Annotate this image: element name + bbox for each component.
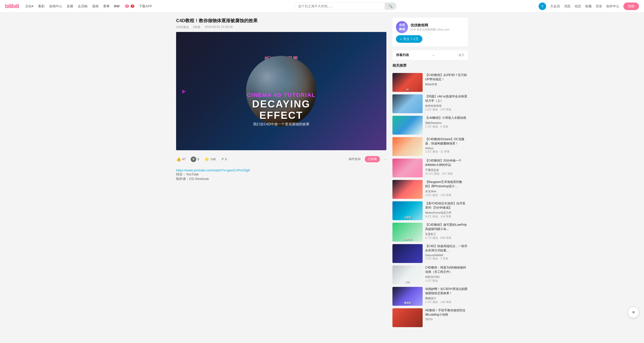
related-meta: 1.6万 播放 — [425, 279, 468, 283]
publish-date: 2019-08-01 21:06:56 — [205, 25, 232, 29]
nav-badge-app: 6 — [125, 5, 129, 8]
related-meta: 8.7万 播放 · 608 弹幕 — [425, 236, 468, 240]
search-input[interactable] — [294, 3, 385, 10]
nav-home[interactable]: 主站▾ — [25, 4, 33, 9]
nav-manga[interactable]: 漫画 — [92, 4, 99, 9]
related-section: 相关推荐 3D 【C4D教程】从0学3D？百万粉UP带你搞定！ Blibili评… — [392, 63, 468, 327]
top-nav: bilibili 主站▾ 番剧 游戏中心 直播 会员购 漫画 赛事 BW 6 3… — [0, 0, 644, 13]
logo[interactable]: bilibili — [5, 3, 19, 10]
search-button[interactable]: 🔍 — [385, 3, 396, 10]
related-item[interactable]: 【同题】c4d oc急速学会冰病震动力学（上） 哈哈哈哈哈哈 2.8万 播放 ·… — [392, 94, 468, 113]
nav-esports[interactable]: 赛事 — [103, 4, 110, 9]
star-button[interactable]: ⭐ 148 — [204, 157, 216, 162]
related-channel: 瓦星机工 — [425, 232, 468, 236]
related-thumb — [392, 94, 423, 113]
related-video-title: 【C4D教程】20分钟做一个dribbble大神的作品 — [425, 159, 468, 167]
left-column: C4D教程！教你做物体逐渐被腐蚀的效果 5305播放 0弹幕 2019-08-0… — [176, 18, 386, 327]
related-thumb: 3D — [392, 73, 423, 92]
more-button[interactable]: ··· — [384, 158, 386, 161]
related-thumb — [392, 308, 423, 327]
nav-history[interactable]: 历史 — [596, 4, 602, 9]
playlist-options[interactable]: ··· — [432, 53, 435, 57]
related-meta: 2.4万 播放 · 149 弹幕 — [425, 300, 468, 304]
thumb-label: 预渲染 — [393, 301, 422, 305]
related-channel: TiVTV — [425, 318, 468, 321]
related-item[interactable]: 【c4d教程】小球落入水圆动画 假如Sampino 2.4万 播放 · 9 弹幕 — [392, 116, 468, 135]
email-icon: ✉ — [411, 28, 413, 31]
related-meta: 2.8万 播放 · 178 弹幕 — [425, 108, 468, 111]
upload-button[interactable]: 投稿 — [623, 3, 639, 10]
related-item[interactable]: CiD C4D教程：维度为0的物体破碎动画（含工程文件） 你好次CNG 1.6万… — [392, 265, 468, 284]
related-video-title: 【同题】c4d oc急速学会冰病震动力学（上） — [425, 94, 468, 103]
collect-button[interactable]: 已收藏 — [365, 156, 380, 162]
nav-search-area: 🔍 — [158, 3, 533, 10]
channel-card: 优优教程 优优教程网 ✉ ✉ 您关注的教程数 UiUiu.com + 关注 7.… — [392, 18, 468, 46]
related-item[interactable]: AE教程！手把手教你做炫性拉伸Loading小动画 TiVTV — [392, 308, 468, 327]
share-button[interactable]: ↗ 6 — [221, 157, 227, 162]
coin-button[interactable]: B 9 — [191, 157, 199, 162]
related-item[interactable]: 3D 【C4D教程】从0学3D？百万粉UP带你搞定！ Blibili评室 — [392, 73, 468, 92]
related-thumb — [392, 116, 423, 135]
related-item[interactable]: 【Baugasm艺术海报系列教程】用Photoshop设计... 光光3live… — [392, 180, 468, 199]
related-item[interactable]: 【C4D】快速高端玩法，一秒开合布局方式纹素... Damus566666 2.… — [392, 244, 468, 263]
related-video-title: 【Baugasm艺术海报系列教程】用Photoshop设计... — [425, 180, 468, 188]
related-meta: 2.4万 播放 · 9 弹幕 — [425, 125, 468, 129]
related-info: 【c4d教程】小球落入水圆动画 假如Sampino 2.4万 播放 · 9 弹幕 — [425, 116, 468, 135]
report-label[interactable]: 稿件投诉 — [349, 157, 361, 161]
nav-drama[interactable]: 番剧 — [38, 4, 45, 9]
description-author: 制作者：CG Shortcuts — [176, 177, 209, 181]
float-button[interactable]: ⚙ — [628, 307, 639, 318]
nav-creator-center[interactable]: 创作中心 — [606, 4, 619, 9]
nav-dynamic[interactable]: 动态 — [575, 4, 581, 9]
related-video-title: 【C4D教程】做可爱的LowPoly风超级玛丽小岛... — [425, 223, 468, 231]
share-count: 6 — [225, 157, 227, 161]
nav-download[interactable]: 下载APP — [139, 4, 152, 9]
related-info: 动画妙啊！在C4D中用顶点贴图做烧蚀状态形效果！ 晓晓设计 2.4万 播放 · … — [425, 287, 468, 306]
related-info: 【同题】c4d oc急速学会冰病震动力学（上） 哈哈哈哈哈哈 2.8万 播放 ·… — [425, 94, 468, 113]
follow-label: 关注 — [403, 37, 410, 41]
nav-favorites[interactable]: 收藏 — [585, 4, 592, 9]
related-video-title: C4D教程：维度为0的物体破碎动画（含工程文件） — [425, 265, 468, 274]
thumb-label: LowPoly — [393, 238, 422, 241]
user-avatar[interactable]: Y — [539, 3, 546, 10]
related-channel: Damus566666 — [425, 254, 468, 257]
playlist-toggle[interactable]: 展开 — [458, 53, 464, 57]
related-meta: 2.6万 播放 · 3 弹幕 — [425, 257, 468, 260]
related-video-title: 【C4D教程/Octane】OC克隆器，快速构建魔物场景！ — [425, 137, 468, 146]
related-item[interactable]: LowPoly 【C4D教程】做可爱的LowPoly风超级玛丽小岛... 瓦星机… — [392, 223, 468, 242]
related-item[interactable]: 【C4D教程】20分钟做一个dribbble大神的作品 千播花边盒 20.3万 … — [392, 159, 468, 177]
thumb-label: 3D — [393, 88, 422, 91]
channel-header: 优优教程 优优教程网 ✉ ✉ 您关注的教程数 UiUiu.com — [396, 21, 464, 33]
related-item[interactable]: 水波纹 【真•C4D动态水波纹】拉开发系列 【5分钟速成】 MotionForc… — [392, 201, 468, 220]
related-item[interactable]: 预渲染 动画妙啊！在C4D中用顶点贴图做烧蚀状态形效果！ 晓晓设计 2.4万 播… — [392, 287, 468, 306]
related-channel: Blibili评室 — [425, 83, 468, 86]
float-icon: ⚙ — [632, 311, 635, 314]
related-item[interactable]: 【C4D教程/Octane】OC克隆器，快速构建魔物场景！ ASKixi 2.6… — [392, 137, 468, 156]
nav-messages[interactable]: 消息 — [564, 4, 571, 9]
related-channel: 你好次CNG — [425, 275, 468, 279]
description-link[interactable]: https://www.youtube.com/watch?v=gwoCcPmX… — [176, 168, 250, 172]
video-title: C4D教程！教你做物体逐渐被腐蚀的效果 — [176, 18, 386, 24]
star-count: 148 — [210, 157, 216, 161]
nav-vip[interactable]: 会员购 — [78, 4, 88, 9]
like-button[interactable]: 👍 47 — [176, 157, 186, 162]
video-thumbnail: ▶ 听译者：蛋蛋 CINEMA 4D TUTORIAL DECAYING EFF… — [176, 32, 386, 150]
follow-plus-icon: + — [400, 37, 402, 41]
nav-game[interactable]: 游戏中心 — [49, 4, 62, 9]
related-video-title: 【C4D教程】从0学3D？百万粉UP带你搞定！ — [425, 73, 468, 82]
description-source: 转自：YouTube — [176, 172, 199, 176]
related-meta: 2.8万 播放 · 149 弹幕 — [425, 193, 468, 197]
related-thumb — [392, 159, 423, 177]
channel-sub: 您关注的教程数 UiUiu.com — [417, 28, 450, 31]
related-thumb: 水波纹 — [392, 201, 423, 220]
related-video-title: 动画妙啊！在C4D中用顶点贴图做烧蚀状态形效果！ — [425, 287, 468, 295]
nav-live[interactable]: 直播 — [67, 4, 73, 9]
nav-vip-member[interactable]: 大会员 — [550, 4, 560, 9]
related-meta: 9.9万 播放 · 104 弹幕 — [425, 215, 468, 218]
nav-bw[interactable]: BW — [114, 4, 120, 8]
follow-button[interactable]: + 关注 7.1万 — [396, 35, 422, 43]
related-section-header: 相关推荐 — [392, 63, 468, 70]
playlist-title: 停幕列表 — [396, 53, 409, 57]
video-player[interactable]: ▶ 听译者：蛋蛋 CINEMA 4D TUTORIAL DECAYING EFF… — [176, 32, 386, 150]
channel-avatar: 优优教程 — [396, 21, 408, 33]
